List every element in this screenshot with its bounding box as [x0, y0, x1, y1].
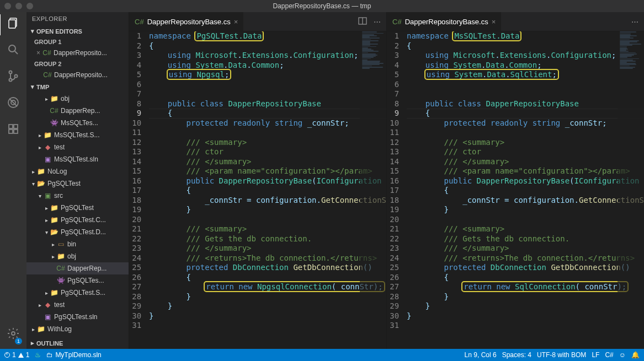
- tab[interactable]: C#DapperRepositoryBase.cs×: [129, 12, 244, 31]
- folder-icon: 📁: [36, 325, 45, 333]
- svg-rect-11: [14, 125, 18, 128]
- status-flame[interactable]: ♨: [35, 351, 41, 359]
- svg-point-2: [9, 45, 15, 52]
- tree-file[interactable]: C#DapperRep...: [26, 105, 129, 117]
- extensions-icon[interactable]: [7, 122, 20, 139]
- tree-folder[interactable]: ▸📁NoLog: [26, 165, 129, 177]
- svg-rect-13: [14, 130, 18, 133]
- warning-icon: [18, 353, 24, 358]
- tree-folder[interactable]: ▸📁MsSQLTest.S...: [26, 129, 129, 141]
- tree-folder[interactable]: ▸📁PgSQLTest.C...: [26, 214, 129, 226]
- tree-folder[interactable]: ▸📁PgSQLTest.S...: [26, 287, 129, 299]
- outline-header[interactable]: ▸OUTLINE: [26, 337, 129, 349]
- svg-point-5: [9, 79, 12, 82]
- bin-icon: ▭: [56, 240, 65, 248]
- settings-badge: 1: [15, 338, 22, 344]
- vs-icon: 👾: [50, 119, 58, 127]
- tree-folder[interactable]: ▾📂PgSQLTest.D...: [26, 226, 129, 238]
- group-1-label: GROUP 1: [26, 37, 129, 47]
- tree-file[interactable]: 👾PgSQLTes...: [26, 274, 129, 287]
- csharp-icon: C#: [392, 18, 402, 26]
- tab-bar: C#DapperRepositoryBase.cs× ⋯: [129, 12, 386, 31]
- open-editor-item[interactable]: C#DapperReposito...: [26, 69, 129, 81]
- sln-icon: ▣: [43, 155, 52, 163]
- tree-folder[interactable]: ▾📂PgSQLTest: [26, 177, 129, 190]
- tree-folder[interactable]: ▾▣src: [26, 190, 129, 202]
- editor-pane-right: C#DapperRepositoryBase.cs× ⋯ 12345678910…: [386, 12, 644, 349]
- tree-folder[interactable]: ▸📁obj: [26, 250, 129, 262]
- minimap[interactable]: [618, 31, 644, 349]
- tree-folder[interactable]: ▸◆test: [26, 141, 129, 153]
- tree-folder[interactable]: ▸📁obj: [26, 93, 129, 105]
- folder-icon: 📁: [36, 168, 45, 175]
- tree-folder[interactable]: ▸◆test: [26, 299, 129, 311]
- workspace-header[interactable]: ▾TMP: [26, 81, 129, 93]
- status-bell-icon[interactable]: 🔔: [631, 351, 640, 359]
- status-lang[interactable]: C#: [605, 351, 613, 359]
- tree-folder[interactable]: ▸▭bin: [26, 238, 129, 250]
- folder-icon: 📁: [50, 216, 58, 224]
- close-window-icon[interactable]: [4, 3, 11, 9]
- status-indent[interactable]: Spaces: 4: [502, 351, 531, 359]
- split-editor-icon[interactable]: [358, 17, 367, 27]
- sidebar-title: EXPLORER: [26, 12, 129, 25]
- editor-pane-left: C#DapperRepositoryBase.cs× ⋯ 12345678910…: [129, 12, 386, 349]
- test-icon: ◆: [43, 143, 52, 151]
- csharp-icon: C#: [43, 71, 52, 79]
- src-icon: ▣: [43, 192, 52, 200]
- vs-icon: 👾: [56, 277, 65, 284]
- status-bar: ×1 1 ♨ 🗀MyTplDemo.sln Ln 9, Col 6 Spaces…: [0, 349, 644, 361]
- svg-line-3: [15, 51, 18, 54]
- tree-file[interactable]: 👾MsSQLTes...: [26, 117, 129, 129]
- svg-rect-12: [9, 130, 13, 133]
- error-icon: ×: [4, 352, 10, 358]
- sidebar: EXPLORER ▾OPEN EDITORS GROUP 1 ×C#Dapper…: [26, 12, 129, 349]
- code-editor[interactable]: 1234567891011121314151617181920212223242…: [129, 31, 386, 349]
- more-actions-icon[interactable]: ⋯: [374, 18, 381, 26]
- minimize-window-icon[interactable]: [15, 3, 22, 9]
- tree-file[interactable]: ▣PgSQLTest.sln: [26, 311, 129, 323]
- zoom-window-icon[interactable]: [26, 3, 33, 9]
- folder-icon: 📁: [50, 95, 58, 103]
- search-icon[interactable]: [7, 43, 20, 60]
- settings-icon[interactable]: 1: [7, 327, 20, 343]
- status-problems[interactable]: ×1 1: [4, 351, 29, 359]
- group-2-label: GROUP 2: [26, 59, 129, 69]
- title-bar: DapperRepositoryBase.cs — tmp: [0, 0, 644, 12]
- csharp-icon: C#: [135, 18, 144, 26]
- folder-icon: 📁: [43, 131, 52, 139]
- folder-icon: 📁: [50, 204, 58, 212]
- tab-bar: C#DapperRepositoryBase.cs× ⋯: [387, 12, 644, 31]
- tree-folder[interactable]: ▸📁WithLog: [26, 323, 129, 335]
- close-tab-icon[interactable]: ×: [234, 18, 238, 26]
- code-editor[interactable]: 1234567891011121314151617181920212223242…: [387, 31, 644, 349]
- window-controls[interactable]: [4, 3, 33, 9]
- tree-file[interactable]: C#DapperRep...: [26, 262, 129, 274]
- folder-icon: 🗀: [46, 351, 53, 359]
- folder-open-icon: 📂: [50, 228, 58, 236]
- csharp-icon: C#: [42, 49, 51, 57]
- tree-file[interactable]: ▣MsSQLTest.sln: [26, 153, 129, 165]
- svg-point-14: [12, 332, 15, 335]
- status-encoding[interactable]: UTF-8 with BOM: [537, 351, 586, 359]
- open-editor-item[interactable]: ×C#DapperReposito...: [26, 47, 129, 59]
- status-eol[interactable]: LF: [592, 351, 599, 359]
- explorer-icon[interactable]: [7, 17, 20, 33]
- tab[interactable]: C#DapperRepositoryBase.cs×: [387, 12, 502, 31]
- folder-icon: 📁: [50, 289, 58, 297]
- more-actions-icon[interactable]: ⋯: [631, 18, 638, 26]
- status-project[interactable]: 🗀MyTplDemo.sln: [46, 351, 101, 359]
- svg-rect-10: [9, 125, 13, 128]
- csharp-icon: C#: [50, 107, 58, 115]
- status-feedback-icon[interactable]: ☺: [619, 351, 626, 359]
- minimap[interactable]: [360, 31, 386, 349]
- folder-open-icon: 📂: [36, 180, 45, 187]
- open-editors-header[interactable]: ▾OPEN EDITORS: [26, 25, 129, 37]
- tree-folder[interactable]: ▸📁PgSQLTest: [26, 202, 129, 214]
- source-control-icon[interactable]: [7, 69, 20, 86]
- close-tab-icon[interactable]: ×: [492, 18, 496, 26]
- sln-icon: ▣: [43, 313, 52, 321]
- status-cursor[interactable]: Ln 9, Col 6: [465, 351, 497, 359]
- editor-area: C#DapperRepositoryBase.cs× ⋯ 12345678910…: [129, 12, 644, 349]
- debug-icon[interactable]: [7, 96, 20, 112]
